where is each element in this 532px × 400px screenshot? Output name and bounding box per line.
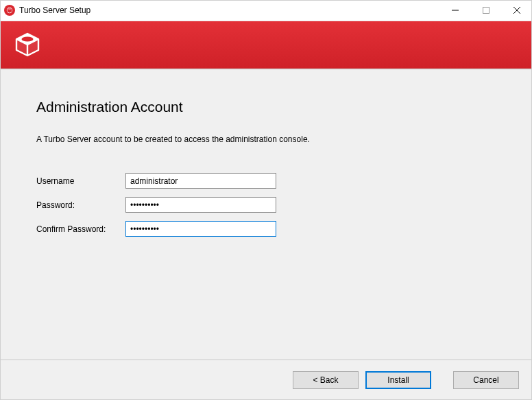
back-button[interactable]: < Back — [293, 371, 359, 389]
content-area: Administration Account A Turbo Server ac… — [1, 69, 531, 399]
password-input[interactable] — [125, 197, 276, 213]
page-heading: Administration Account — [36, 99, 497, 115]
banner — [0, 21, 532, 69]
footer: < Back Install Cancel — [1, 360, 531, 399]
username-input[interactable] — [125, 173, 276, 189]
password-row: Password: — [36, 197, 497, 213]
username-label: Username — [36, 176, 125, 186]
install-button[interactable]: Install — [365, 371, 431, 389]
logo-icon — [12, 30, 43, 60]
confirm-password-input[interactable] — [125, 221, 276, 237]
password-label: Password: — [36, 200, 125, 210]
username-row: Username — [36, 173, 497, 189]
close-button[interactable] — [501, 0, 532, 21]
titlebar: Turbo Server Setup — [0, 0, 532, 21]
maximize-button — [470, 0, 501, 21]
cancel-button[interactable]: Cancel — [453, 371, 519, 389]
app-icon — [4, 5, 15, 16]
window-controls — [439, 0, 532, 21]
confirm-password-label: Confirm Password: — [36, 224, 125, 234]
window-title: Turbo Server Setup — [19, 5, 90, 15]
minimize-button[interactable] — [439, 0, 470, 21]
svg-point-6 — [22, 36, 34, 41]
svg-rect-3 — [483, 8, 489, 14]
page-subtext: A Turbo Server account to be created to … — [36, 134, 497, 144]
confirm-password-row: Confirm Password: — [36, 221, 497, 237]
